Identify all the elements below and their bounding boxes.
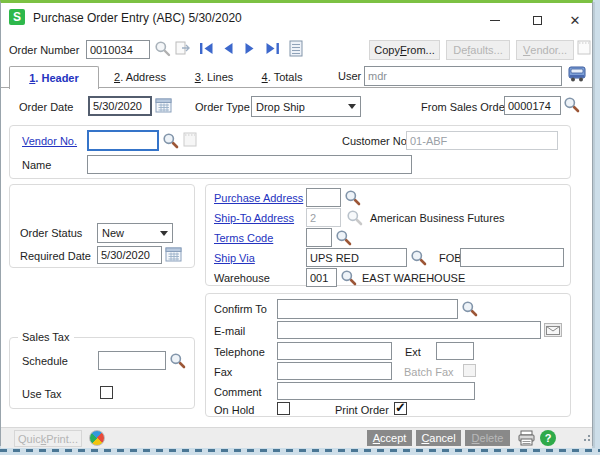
tab-address[interactable]: 2. Address — [99, 66, 181, 88]
printer-icon[interactable] — [517, 430, 536, 446]
warehouse-lookup-icon[interactable] — [340, 269, 357, 286]
quick-print-button[interactable]: Quick Print... — [14, 430, 82, 447]
schedule-label: Schedule — [22, 355, 68, 367]
order-date-calendar-icon[interactable] — [155, 98, 172, 113]
last-record-icon[interactable] — [265, 42, 280, 55]
use-tax-label: Use Tax — [22, 388, 62, 400]
copy-from-label-accel: F — [400, 44, 407, 56]
close-button[interactable]: ✕ — [561, 11, 589, 29]
ship-via-input[interactable] — [306, 248, 407, 267]
tab-header[interactable]: 1. Header — [9, 66, 99, 89]
fax-input[interactable] — [277, 362, 392, 380]
telephone-label: Telephone — [214, 346, 265, 358]
close-icon: ✕ — [570, 13, 581, 28]
ship-via-lookup-icon[interactable] — [410, 249, 427, 266]
schedule-input[interactable] — [98, 351, 166, 370]
user-input[interactable] — [364, 66, 562, 86]
defaults-button[interactable]: Defaults... — [446, 40, 510, 60]
vendor-no-input[interactable] — [87, 130, 159, 151]
accept-button[interactable]: Accept — [367, 430, 412, 446]
name-input[interactable] — [87, 155, 412, 174]
print-order-checkbox[interactable] — [394, 402, 407, 415]
on-hold-checkbox[interactable] — [277, 402, 290, 415]
fob-label: FOB — [439, 252, 462, 264]
next-number-icon[interactable] — [174, 40, 192, 57]
order-date-label: Order Date — [19, 101, 73, 113]
required-date-input[interactable] — [97, 246, 162, 264]
accept-label-post: ccept — [380, 432, 406, 444]
ship-to-name-text: American Business Futures — [370, 212, 505, 224]
tab-lines-label: . Lines — [201, 71, 233, 83]
footer-bar: Quick Print... Accept Cancel Delete ? — [1, 427, 592, 448]
vendor-no-link[interactable]: Vendor No. — [22, 135, 77, 147]
ext-input[interactable] — [436, 342, 474, 360]
maximize-button[interactable] — [523, 11, 551, 29]
vendor-label-accel: V — [523, 44, 530, 56]
purchase-address-lookup-icon[interactable] — [344, 189, 361, 206]
truck-icon[interactable] — [566, 65, 588, 83]
telephone-input[interactable] — [277, 342, 392, 360]
next-record-icon[interactable] — [244, 42, 256, 55]
ship-to-address-link[interactable]: Ship-To Address — [214, 212, 294, 224]
tab-totals[interactable]: 4. Totals — [247, 66, 317, 88]
minimize-icon — [490, 20, 500, 21]
ship-to-address-input — [306, 208, 341, 227]
terms-code-input[interactable] — [306, 228, 332, 247]
tab-lines[interactable]: 3. Lines — [181, 66, 247, 88]
vendor-button[interactable]: Vendor... — [516, 40, 574, 60]
confirm-to-lookup-icon[interactable] — [461, 300, 478, 317]
copy-from-label-pre: Copy — [374, 44, 400, 56]
order-number-label: Order Number — [9, 44, 79, 56]
terms-code-lookup-icon[interactable] — [335, 229, 352, 246]
order-status-dropdown[interactable]: New — [97, 223, 173, 243]
desktop-background: S Purchase Order Entry (ABC) 5/30/2020 ✕… — [0, 0, 600, 455]
defaults-label-post: aults... — [470, 44, 502, 56]
first-record-icon[interactable] — [199, 42, 214, 55]
user-label: User — [338, 70, 361, 82]
help-icon[interactable]: ? — [540, 430, 556, 446]
resize-grip[interactable] — [580, 431, 590, 441]
order-type-dropdown[interactable]: Drop Ship — [251, 96, 361, 117]
required-date-calendar-icon[interactable] — [165, 247, 182, 262]
chevron-down-icon — [160, 231, 168, 236]
tab-header-label: . Header — [35, 72, 78, 84]
title-bar: S Purchase Order Entry (ABC) 5/30/2020 ✕ — [1, 3, 592, 31]
ship-to-address-lookup-icon[interactable] — [346, 209, 363, 226]
schedule-lookup-icon[interactable] — [169, 352, 186, 369]
fob-input[interactable] — [460, 248, 564, 267]
memo-icon[interactable] — [577, 39, 591, 55]
address-group: Purchase Address Ship-To Address America… — [205, 184, 571, 286]
from-sales-order-input[interactable] — [504, 96, 561, 115]
order-status-value: New — [102, 227, 156, 239]
order-date-input[interactable] — [88, 96, 152, 116]
comment-input[interactable] — [277, 382, 475, 400]
previous-record-icon[interactable] — [222, 42, 234, 55]
tab-address-label: . Address — [120, 71, 166, 83]
search-list-icon[interactable] — [289, 40, 303, 57]
on-hold-label: On Hold — [214, 404, 254, 416]
defaults-label-pre: De — [453, 44, 467, 56]
vendor-no-lookup-icon[interactable] — [162, 132, 179, 149]
purchase-address-input[interactable] — [306, 188, 341, 207]
window-title: Purchase Order Entry (ABC) 5/30/2020 — [33, 11, 242, 25]
vendor-group: Vendor No. Customer No. Name — [9, 125, 571, 179]
copy-from-button[interactable]: Copy From... — [369, 40, 440, 60]
minimize-button[interactable] — [481, 11, 509, 29]
tab-totals-label: . Totals — [268, 71, 303, 83]
purchase-address-link[interactable]: Purchase Address — [214, 192, 303, 204]
use-tax-checkbox[interactable] — [100, 386, 113, 399]
delete-button[interactable]: Delete — [465, 430, 510, 446]
from-sales-order-lookup-icon[interactable] — [563, 96, 580, 113]
confirm-to-input[interactable] — [277, 299, 458, 319]
terms-code-link[interactable]: Terms Code — [214, 232, 273, 244]
sales-tax-group: Sales Tax Schedule Use Tax — [9, 337, 195, 409]
order-number-input[interactable] — [86, 40, 150, 59]
ship-via-link[interactable]: Ship Via — [214, 252, 255, 264]
email-input[interactable] — [277, 321, 541, 339]
order-number-lookup-icon[interactable] — [154, 40, 171, 57]
office-pinwheel-icon[interactable] — [89, 430, 105, 446]
email-envelope-icon[interactable] — [544, 323, 562, 337]
warehouse-input[interactable] — [306, 268, 337, 287]
cancel-button[interactable]: Cancel — [416, 430, 461, 446]
vendor-memo-icon[interactable] — [183, 131, 197, 147]
